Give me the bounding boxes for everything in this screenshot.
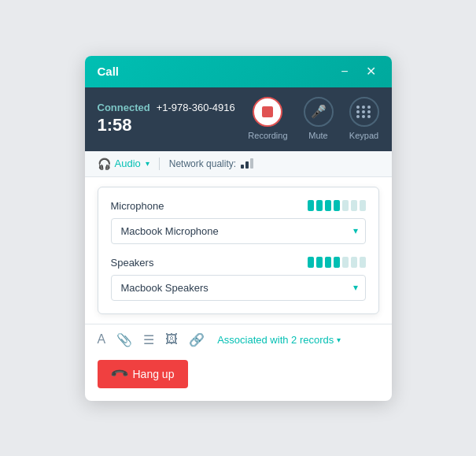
network-label: Network quality: bbox=[169, 158, 236, 169]
network-section: Network quality: bbox=[160, 158, 253, 169]
mic-bar-5 bbox=[342, 200, 349, 211]
microphone-level-bars bbox=[308, 200, 366, 211]
speakers-header: Speakers bbox=[111, 257, 366, 269]
audio-tab[interactable]: 🎧 Audio ▾ bbox=[98, 158, 160, 170]
keypad-icon-circle bbox=[349, 97, 379, 127]
spk-bar-7 bbox=[360, 257, 366, 268]
connected-bar: Connected +1-978-360-4916 1:58 Recording… bbox=[85, 87, 392, 151]
spk-bar-4 bbox=[334, 257, 340, 268]
connected-actions: Recording 🎤 Mute Keypad bbox=[248, 97, 378, 140]
audio-chevron-icon: ▾ bbox=[146, 159, 149, 168]
mic-bar-3 bbox=[325, 200, 331, 211]
call-widget: Call − ✕ Connected +1-978-360-4916 1:58 … bbox=[85, 56, 392, 401]
title-bar-controls: − ✕ bbox=[338, 64, 378, 80]
list-icon[interactable]: ☰ bbox=[143, 332, 154, 347]
associated-records-text: Associated with 2 records bbox=[217, 334, 334, 346]
audio-settings-panel: Microphone Macbook Microphone ▾ bbox=[98, 187, 379, 314]
microphone-section: Microphone Macbook Microphone ▾ bbox=[111, 200, 366, 244]
mute-label: Mute bbox=[308, 131, 327, 140]
mic-bar-1 bbox=[308, 200, 314, 211]
minimize-button[interactable]: − bbox=[338, 64, 351, 80]
record-square-icon bbox=[262, 106, 273, 117]
audio-label: Audio bbox=[115, 158, 141, 169]
hangup-label: Hang up bbox=[133, 368, 175, 380]
hangup-bar: 📞 Hang up bbox=[85, 354, 392, 401]
signal-bars-icon bbox=[241, 158, 253, 169]
recording-label: Recording bbox=[248, 131, 287, 140]
title-bar: Call − ✕ bbox=[85, 56, 392, 87]
headphone-icon: 🎧 bbox=[98, 158, 111, 170]
mic-bar-4 bbox=[334, 200, 340, 211]
microphone-label: Microphone bbox=[111, 200, 164, 212]
close-button[interactable]: ✕ bbox=[363, 64, 379, 80]
spk-bar-2 bbox=[316, 257, 323, 268]
associated-records-link[interactable]: Associated with 2 records ▾ bbox=[217, 334, 341, 346]
spk-bar-5 bbox=[342, 257, 349, 268]
mute-button[interactable]: 🎤 Mute bbox=[304, 97, 334, 140]
signal-bar-3 bbox=[250, 158, 253, 169]
bottom-toolbar: A 📎 ☰ 🖼 🔗 Associated with 2 records ▾ bbox=[85, 324, 392, 354]
attachment-icon[interactable]: 📎 bbox=[116, 332, 132, 347]
speakers-level-bars bbox=[308, 257, 366, 268]
keypad-label: Keypad bbox=[349, 131, 378, 140]
connected-info: Connected +1-978-360-4916 1:58 bbox=[98, 102, 235, 135]
speakers-select-wrapper: Macbook Speakers ▾ bbox=[111, 275, 366, 301]
font-icon[interactable]: A bbox=[98, 332, 106, 347]
hangup-phone-icon: 📞 bbox=[109, 363, 129, 384]
microphone-header: Microphone bbox=[111, 200, 366, 212]
spk-bar-1 bbox=[308, 257, 314, 268]
call-timer: 1:58 bbox=[98, 115, 235, 135]
microphone-select[interactable]: Macbook Microphone bbox=[111, 218, 366, 244]
spk-bar-3 bbox=[325, 257, 331, 268]
speakers-section: Speakers Macbook Speakers ▾ bbox=[111, 257, 366, 301]
speakers-label: Speakers bbox=[111, 257, 154, 269]
speakers-select[interactable]: Macbook Speakers bbox=[111, 275, 366, 301]
link-icon[interactable]: 🔗 bbox=[189, 332, 205, 347]
mic-bar-7 bbox=[360, 200, 366, 211]
title-bar-title: Call bbox=[98, 65, 120, 78]
audio-bar: 🎧 Audio ▾ Network quality: bbox=[85, 151, 392, 177]
connected-label: Connected bbox=[98, 102, 150, 113]
recording-icon-circle bbox=[253, 97, 282, 127]
mic-bar-6 bbox=[351, 200, 357, 211]
phone-number: +1-978-360-4916 bbox=[157, 102, 235, 113]
hangup-button[interactable]: 📞 Hang up bbox=[98, 360, 189, 388]
signal-bar-1 bbox=[241, 165, 244, 169]
mute-icon-circle: 🎤 bbox=[304, 97, 334, 127]
microphone-select-wrapper: Macbook Microphone ▾ bbox=[111, 218, 366, 244]
image-icon[interactable]: 🖼 bbox=[165, 332, 178, 347]
spk-bar-6 bbox=[351, 257, 357, 268]
signal-bar-2 bbox=[245, 161, 249, 169]
microphone-icon: 🎤 bbox=[311, 104, 327, 119]
connected-status: Connected +1-978-360-4916 bbox=[98, 102, 235, 113]
recording-button[interactable]: Recording bbox=[248, 97, 287, 140]
associated-chevron-icon: ▾ bbox=[337, 336, 341, 344]
keypad-dots-icon bbox=[356, 106, 371, 118]
mic-bar-2 bbox=[316, 200, 323, 211]
keypad-button[interactable]: Keypad bbox=[349, 97, 379, 140]
